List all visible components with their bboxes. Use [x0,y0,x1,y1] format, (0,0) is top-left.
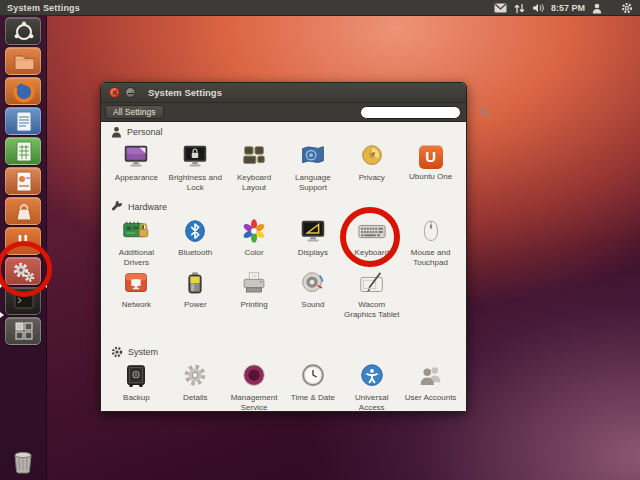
language-support-icon [297,142,329,172]
all-settings-button[interactable]: All Settings [105,105,164,119]
folder-icon [7,47,41,75]
settings-item-management-service[interactable]: Management Service [225,360,284,414]
settings-item-network[interactable]: Network [107,267,166,343]
libreoffice-calc-launcher-icon[interactable] [5,137,41,165]
settings-item-language-support[interactable]: Language Support [283,140,342,198]
settings-item-brightness-lock[interactable]: Brightness and Lock [166,140,225,198]
settings-item-appearance[interactable]: Appearance [107,140,166,198]
libreoffice-impress-launcher-icon[interactable] [5,167,41,195]
settings-item-sound[interactable]: Sound [283,267,342,343]
person-icon [111,126,122,138]
settings-item-mouse-touchpad[interactable]: Mouse and Touchpad [401,215,460,267]
section-header-personal: Personal [101,124,466,140]
top-panel: System Settings 8:57 PM [0,0,640,16]
grid-spacer [401,267,460,343]
settings-item-label: Mouse and Touchpad [403,248,459,267]
firefox-icon [7,77,41,105]
user-icon[interactable] [592,3,602,14]
bluetooth-icon [179,217,211,247]
settings-item-label: Universal Access [344,393,400,412]
settings-item-privacy[interactable]: Privacy [342,140,401,198]
network-icon [120,269,152,299]
window-titlebar[interactable]: System Settings [101,83,466,103]
backup-safe-icon [120,362,152,392]
wrench-icon [111,201,123,213]
dash-home-button[interactable] [5,17,41,45]
search-icon [480,108,489,117]
settings-item-ubuntu-one[interactable]: U Ubuntu One [401,140,460,198]
settings-item-label: Time & Date [291,393,335,403]
settings-item-label: Displays [298,248,328,258]
settings-item-label: Brightness and Lock [167,173,223,192]
session-gear-icon[interactable] [621,2,633,14]
section-header-hardware: Hardware [101,199,466,215]
settings-item-backup[interactable]: Backup [107,360,166,414]
search-input[interactable] [365,107,480,118]
panel-app-title: System Settings [7,3,80,13]
universal-access-icon [356,362,388,392]
settings-item-label: Management Service [226,393,282,412]
clock[interactable]: 8:57 PM [551,3,585,13]
details-gear-icon [179,362,211,392]
settings-item-label: Language Support [285,173,341,192]
settings-item-time-date[interactable]: Time & Date [283,360,342,414]
keyboard-layout-icon [238,142,270,172]
ubuntu-logo-icon [7,17,41,45]
displays-icon [297,217,329,247]
settings-item-printing[interactable]: Printing [225,267,284,343]
shopping-bag-icon [7,197,41,225]
settings-item-label: Sound [301,300,324,310]
settings-item-label: Additional Drivers [108,248,164,267]
privacy-icon [356,142,388,172]
workspace-switcher-launcher-icon[interactable] [5,317,41,345]
power-battery-icon [179,269,211,299]
sound-icon [297,269,329,299]
mouse-icon [415,217,447,247]
settings-item-bluetooth[interactable]: Bluetooth [166,215,225,267]
minimize-button[interactable] [125,87,136,98]
settings-item-label: Privacy [359,173,385,183]
additional-drivers-icon [120,217,152,247]
management-service-icon [238,362,270,392]
settings-item-power[interactable]: Power [166,267,225,343]
software-center-launcher-icon[interactable] [5,197,41,225]
settings-item-wacom-tablet[interactable]: Wacom Graphics Tablet [342,267,401,343]
window-title: System Settings [148,87,222,98]
calc-spreadsheet-icon [7,137,41,165]
annotation-circle-keyboard [340,207,400,267]
ubuntu-one-icon: U [419,145,443,169]
network-arrows-icon[interactable] [514,3,525,14]
libreoffice-writer-launcher-icon[interactable] [5,107,41,135]
window-toolbar: All Settings [101,103,466,122]
writer-document-icon [7,107,41,135]
settings-item-universal-access[interactable]: Universal Access [342,360,401,414]
close-button[interactable] [109,87,120,98]
search-box[interactable] [360,106,461,119]
trash-launcher-icon[interactable] [6,447,40,475]
settings-item-additional-drivers[interactable]: Additional Drivers [107,215,166,267]
wacom-tablet-icon [356,269,388,299]
impress-presentation-icon [7,167,41,195]
section-label: Hardware [128,202,167,212]
system-gear-icon [111,346,123,358]
settings-item-color[interactable]: Color [225,215,284,267]
settings-item-keyboard-layout[interactable]: Keyboard Layout [225,140,284,198]
running-arrow-terminal [0,312,4,318]
settings-item-label: Bluetooth [178,248,212,258]
workspace-grid-icon [7,317,41,345]
settings-item-user-accounts[interactable]: User Accounts [401,360,460,414]
settings-item-displays[interactable]: Displays [283,215,342,267]
clock-icon [297,362,329,392]
settings-content: Personal Appearance Brightness and Lock … [101,123,466,411]
firefox-launcher-icon[interactable] [5,77,41,105]
volume-icon[interactable] [532,3,544,13]
appearance-icon [120,142,152,172]
trash-icon [6,447,40,477]
settings-item-details[interactable]: Details [166,360,225,414]
system-settings-window: System Settings All Settings Personal Ap… [100,82,467,412]
settings-item-label: Color [245,248,264,258]
settings-item-label: Printing [241,300,268,310]
section-header-system: System [101,344,466,360]
mail-icon[interactable] [494,3,507,13]
files-launcher-icon[interactable] [5,47,41,75]
